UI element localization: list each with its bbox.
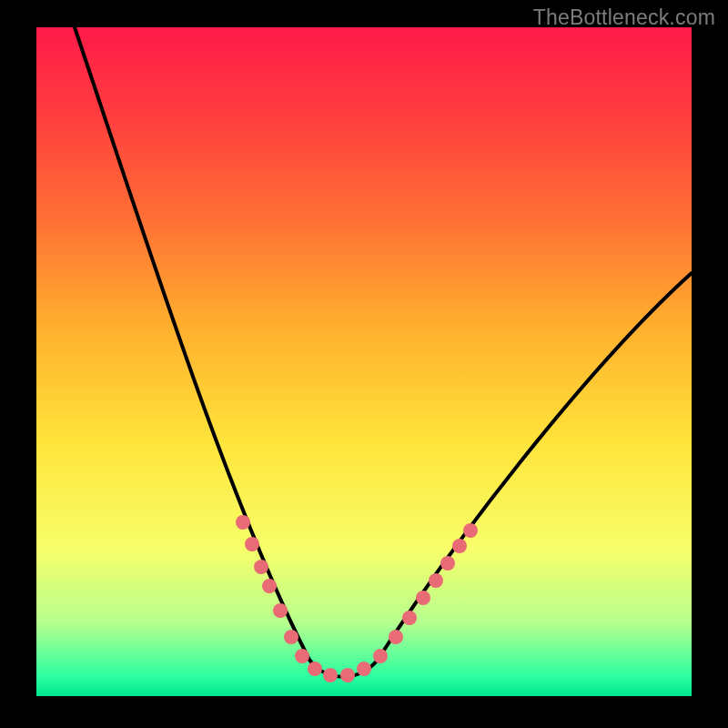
curve-marker [440,556,455,571]
curve-marker [389,630,403,644]
curve-marker [452,539,467,553]
curve-marker [429,573,443,588]
curve-marker [236,515,250,530]
watermark-text: TheBottleneck.com [533,5,715,30]
curve-marker [357,662,371,676]
curve-marker [323,668,338,682]
curve-marker [416,591,430,605]
curve-marker [254,560,268,574]
curve-marker [402,611,417,625]
curve-marker [308,662,322,676]
curve-marker [262,579,277,593]
curve-marker [284,630,298,644]
curve-markers [236,515,478,682]
bottleneck-curve-thick [75,27,692,677]
curve-marker [340,668,355,682]
curve-marker [373,649,388,663]
plot-area [36,27,692,696]
curve-marker [295,649,309,663]
chart-frame: TheBottleneck.com [0,0,728,728]
curve-marker [273,603,288,618]
curve-marker [245,537,259,551]
curve-marker [463,523,478,538]
curve-svg [36,27,692,696]
